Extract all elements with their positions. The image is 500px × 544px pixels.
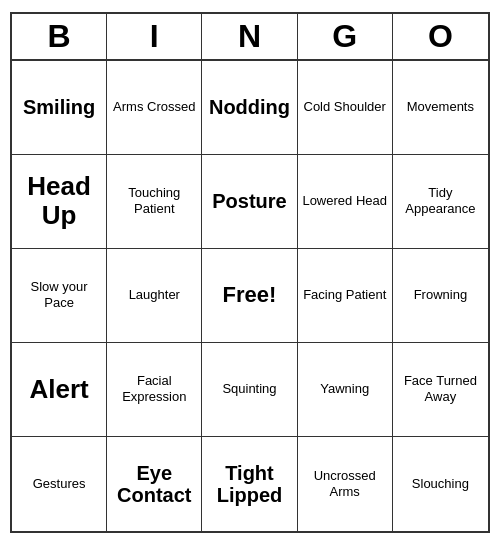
cell-label: Gestures [33,476,86,492]
cell-label: Smiling [23,96,95,118]
cell-label: Slouching [412,476,469,492]
cell-label: Yawning [320,381,369,397]
bingo-cell: Yawning [298,343,393,437]
bingo-cell: Alert [12,343,107,437]
cell-label: Posture [212,190,286,212]
cell-label: Frowning [414,287,467,303]
bingo-card: BINGO SmilingArms CrossedNoddingCold Sho… [10,12,490,533]
cell-label: Squinting [222,381,276,397]
bingo-cell: Smiling [12,61,107,155]
cell-label: Laughter [129,287,180,303]
cell-label: Alert [29,375,88,404]
bingo-cell: Tidy Appearance [393,155,488,249]
bingo-grid: SmilingArms CrossedNoddingCold ShoulderM… [12,61,488,531]
bingo-cell: Lowered Head [298,155,393,249]
bingo-cell: Facing Patient [298,249,393,343]
bingo-cell: Facial Expression [107,343,202,437]
cell-label: Lowered Head [302,193,387,209]
bingo-cell: Squinting [202,343,297,437]
cell-label: Nodding [209,96,290,118]
header-letter: O [393,14,488,59]
bingo-cell: Face Turned Away [393,343,488,437]
header-letter: I [107,14,202,59]
bingo-cell: Laughter [107,249,202,343]
cell-label: Head Up [16,172,102,229]
cell-label: Touching Patient [111,185,197,216]
bingo-cell: Posture [202,155,297,249]
cell-label: Cold Shoulder [304,99,386,115]
cell-label: Slow your Pace [16,279,102,310]
cell-label: Arms Crossed [113,99,195,115]
bingo-cell: Tight Lipped [202,437,297,531]
bingo-cell: Slow your Pace [12,249,107,343]
bingo-cell: Eye Contact [107,437,202,531]
bingo-cell: Movements [393,61,488,155]
bingo-cell: Free! [202,249,297,343]
cell-label: Tight Lipped [206,462,292,506]
header-letter: G [298,14,393,59]
bingo-cell: Nodding [202,61,297,155]
cell-label: Uncrossed Arms [302,468,388,499]
bingo-cell: Touching Patient [107,155,202,249]
bingo-cell: Arms Crossed [107,61,202,155]
header-letter: B [12,14,107,59]
bingo-cell: Uncrossed Arms [298,437,393,531]
cell-label: Facing Patient [303,287,386,303]
header-letter: N [202,14,297,59]
cell-label: Facial Expression [111,373,197,404]
cell-label: Face Turned Away [397,373,484,404]
cell-label: Tidy Appearance [397,185,484,216]
bingo-cell: Slouching [393,437,488,531]
bingo-cell: Frowning [393,249,488,343]
cell-label: Movements [407,99,474,115]
cell-label: Eye Contact [111,462,197,506]
bingo-cell: Gestures [12,437,107,531]
bingo-cell: Cold Shoulder [298,61,393,155]
bingo-header: BINGO [12,14,488,61]
bingo-cell: Head Up [12,155,107,249]
cell-label: Free! [223,282,277,308]
